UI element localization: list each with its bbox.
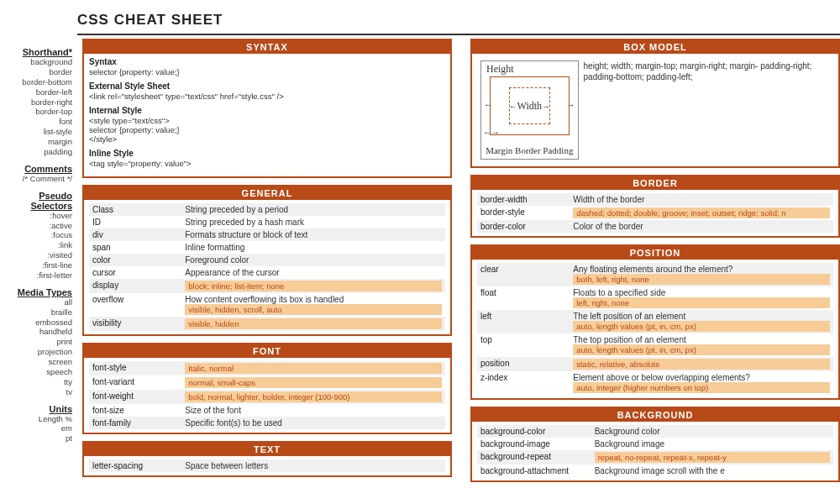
options-span: both, left, right, none — [573, 274, 830, 285]
table-row: ClassString preceded by a period — [89, 203, 445, 216]
desc-cell: Background color — [591, 425, 833, 438]
table-row: background-imageBackground image — [477, 438, 833, 450]
shorthand-list: backgroundborderborder-bottomborder-left… — [0, 57, 72, 157]
desc-cell: Width of the border — [570, 193, 833, 206]
property-cell: left — [477, 310, 570, 333]
syntax-block: Internal Style<style type="text/css"> se… — [89, 106, 445, 144]
table-row: topThe top position of an elementauto, l… — [477, 333, 833, 357]
border-table: border-widthWidth of the borderborder-st… — [477, 193, 833, 233]
syntax-block: Syntaxselector {property: value;} — [89, 57, 445, 76]
table-row: background-colorBackground color — [477, 425, 833, 438]
sidebar-item: embossed — [0, 318, 72, 328]
property-cell: display — [89, 279, 181, 293]
property-cell: overflow — [89, 293, 181, 317]
desc-cell: String preceded by a period — [181, 203, 445, 216]
table-row: floatFloats to a specified sideleft, rig… — [477, 286, 833, 310]
table-row: positionstatic, relative, absolute — [477, 357, 833, 371]
border-box: BORDER border-widthWidth of the borderbo… — [470, 175, 840, 238]
desc-cell: bold, normal, lighter, bolder, integer (… — [181, 390, 445, 404]
sidebar-item: :link — [0, 240, 72, 250]
background-table: background-colorBackground colorbackgrou… — [477, 425, 833, 477]
property-cell: font-style — [89, 361, 181, 375]
property-cell: clear — [477, 263, 570, 286]
desc-cell: block; inline; list-item; none — [181, 279, 445, 293]
sidebar-item: list-style — [0, 127, 72, 137]
col-left: SYNTAX Syntaxselector {property: value;}… — [82, 39, 452, 489]
syntax-label: Syntax — [89, 57, 445, 66]
sidebar: Shorthand* backgroundborderborder-bottom… — [0, 39, 77, 489]
property-cell: background-attachment — [477, 465, 591, 477]
sidebar-item: border-top — [0, 107, 72, 117]
syntax-code: selector {property: value;} — [89, 67, 445, 76]
property-cell: border-color — [477, 220, 570, 233]
units-list: Length %empt — [0, 414, 72, 444]
desc-cell: Size of the font — [181, 404, 445, 417]
options-span: auto, length values (pt, in, cm, px) — [573, 321, 830, 332]
property-cell: background-color — [477, 425, 591, 438]
syntax-label: External Style Sheet — [89, 81, 445, 91]
table-row: leftThe left position of an elementauto,… — [477, 310, 833, 333]
property-cell: color — [89, 254, 181, 266]
desc-cell: Appearance of the cursor — [181, 266, 445, 279]
property-cell: background-repeat — [477, 450, 591, 465]
desc-cell: The top position of an elementauto, leng… — [570, 333, 833, 357]
options-span: dashed; dotted; double; groove; inset; o… — [573, 207, 830, 218]
general-title: GENERAL — [84, 186, 450, 200]
table-row: font-sizeSize of the font — [89, 404, 445, 417]
table-row: font-weightbold, normal, lighter, bolder… — [89, 390, 445, 404]
desc-cell: Foreground color — [181, 254, 445, 266]
sidebar-item: border-left — [0, 87, 72, 97]
syntax-block: External Style Sheet<link rel="styleshee… — [89, 81, 445, 101]
layout: Shorthand* backgroundborderborder-bottom… — [0, 39, 840, 489]
sidebar-item: border-right — [0, 97, 72, 108]
shorthand-heading: Shorthand* — [0, 47, 72, 57]
table-row: border-styledashed; dotted; double; groo… — [477, 206, 833, 220]
syntax-title: SYNTAX — [84, 40, 450, 54]
diagram-footer: Margin Border Padding — [481, 145, 578, 155]
table-row: colorForeground color — [89, 254, 445, 266]
table-row: font-familySpecific font(s) to be used — [89, 417, 445, 429]
property-cell: letter-spacing — [89, 459, 181, 472]
property-cell: position — [477, 357, 570, 371]
general-box: GENERAL ClassString preceded by a period… — [82, 185, 452, 336]
pseudo-list: :hover:active:focus:link:visited:first-l… — [0, 211, 72, 281]
sidebar-item: Length % — [0, 414, 72, 424]
page-title: CSS CHEAT SHEET — [0, 0, 840, 34]
property-cell: Class — [89, 203, 181, 216]
property-cell: font-family — [89, 417, 181, 429]
desc-cell: The left position of an elementauto, len… — [570, 310, 833, 333]
syntax-body: Syntaxselector {property: value;}Externa… — [84, 54, 450, 176]
sidebar-item: all — [0, 297, 72, 307]
options-span: bold, normal, lighter, bolder, integer (… — [185, 391, 442, 402]
sidebar-item: em — [0, 423, 72, 433]
options-span: static, relative, absolute — [573, 359, 830, 370]
property-cell: cursor — [89, 266, 181, 279]
boxmodel-title: BOX MODEL — [472, 40, 838, 54]
options-span: auto, length values (pt, in, cm, px) — [573, 344, 830, 355]
font-title: FONT — [84, 344, 450, 358]
ruler — [77, 34, 840, 35]
sidebar-item: border — [0, 67, 72, 77]
desc-cell: Specific font(s) to be used — [181, 417, 445, 429]
main: SYNTAX Syntaxselector {property: value;}… — [77, 39, 840, 489]
options-span: visible, hidden, scroll, auto — [185, 304, 442, 315]
table-row: visibilityvisible, hidden — [89, 317, 445, 331]
sidebar-item: print — [0, 337, 72, 347]
position-table: clearAny floating elements around the el… — [477, 263, 833, 395]
options-span: auto, integer (higher numbers on top) — [573, 382, 830, 393]
property-cell: visibility — [89, 317, 181, 331]
property-cell: font-size — [89, 404, 181, 417]
desc-cell: Element above or below overlapping eleme… — [570, 371, 833, 395]
desc-cell: dashed; dotted; double; groove; inset; o… — [570, 206, 833, 220]
sidebar-item: braille — [0, 307, 72, 318]
sidebar-item: handheld — [0, 327, 72, 337]
desc-cell: Floats to a specified sideleft, right, n… — [570, 286, 833, 310]
property-cell: div — [89, 228, 181, 241]
desc-cell: Inline formatting — [181, 241, 445, 254]
property-cell: background-image — [477, 438, 591, 450]
diagram-height-label: Height — [486, 63, 514, 76]
desc-cell: Background image — [591, 438, 833, 450]
sidebar-item: background — [0, 57, 72, 67]
sidebar-item: tv — [0, 387, 72, 397]
syntax-code: <link rel="stylesheet" type="text/css" h… — [89, 92, 445, 101]
